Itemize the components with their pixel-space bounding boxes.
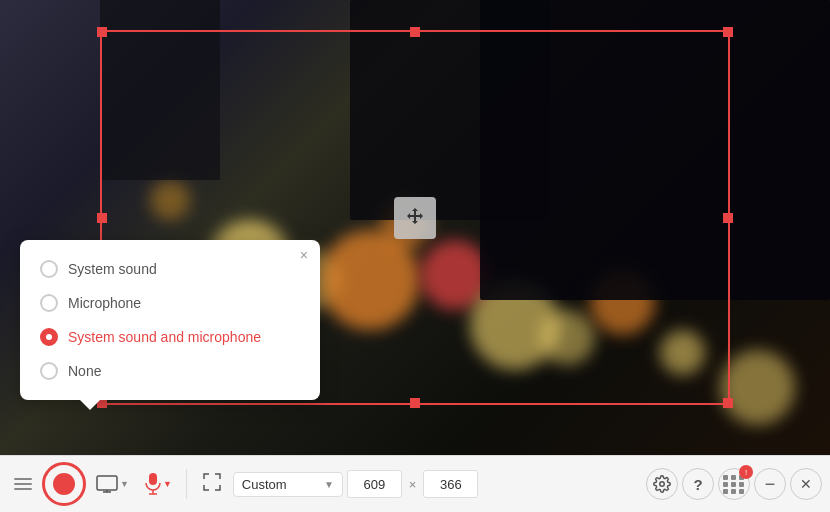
expand-icon [201, 471, 223, 493]
gear-icon [653, 475, 671, 493]
option-label-microphone: Microphone [68, 295, 141, 311]
radio-none[interactable] [40, 362, 58, 380]
hamburger-line-1 [14, 478, 32, 480]
option-label-system-and-mic: System sound and microphone [68, 329, 261, 345]
audio-popup: × System sound Microphone System sound a… [20, 240, 320, 400]
question-icon: ? [693, 476, 702, 493]
handle-bottom-right[interactable] [723, 398, 733, 408]
audio-option-system-and-mic[interactable]: System sound and microphone [20, 320, 320, 354]
dropdown-arrow-icon: ▼ [324, 479, 334, 490]
move-icon[interactable] [394, 197, 436, 239]
svg-rect-3 [149, 473, 157, 485]
close-button[interactable]: ✕ [790, 468, 822, 500]
radio-microphone[interactable] [40, 294, 58, 312]
handle-top-left[interactable] [97, 27, 107, 37]
radio-system-and-mic[interactable] [40, 328, 58, 346]
screen-icon [96, 475, 118, 493]
expand-region-button[interactable] [195, 467, 229, 502]
hamburger-line-2 [14, 483, 32, 485]
notification-badge: ! [739, 465, 753, 479]
handle-top-right[interactable] [723, 27, 733, 37]
resolution-dropdown[interactable]: Custom ▼ [233, 472, 343, 497]
help-button[interactable]: ? [682, 468, 714, 500]
width-input[interactable] [347, 470, 402, 498]
option-label-none: None [68, 363, 101, 379]
svg-rect-0 [97, 476, 117, 490]
handle-top-center[interactable] [410, 27, 420, 37]
toolbar: ▼ ▼ Custom ▼ × [0, 455, 830, 512]
option-label-system-sound: System sound [68, 261, 157, 277]
popup-close-button[interactable]: × [300, 248, 308, 262]
audio-option-microphone[interactable]: Microphone [20, 286, 320, 320]
hamburger-line-3 [14, 488, 32, 490]
handle-bottom-center[interactable] [410, 398, 420, 408]
svg-point-6 [660, 482, 665, 487]
screen-capture-button[interactable]: ▼ [90, 471, 135, 497]
settings-button[interactable] [646, 468, 678, 500]
record-inner-circle [53, 473, 75, 495]
screen-chevron: ▼ [120, 479, 129, 489]
mic-chevron: ▼ [163, 479, 172, 489]
microphone-button[interactable]: ▼ [139, 469, 178, 499]
hamburger-menu-button[interactable] [8, 472, 38, 496]
record-button[interactable] [42, 462, 86, 506]
minimize-button[interactable]: − [754, 468, 786, 500]
audio-option-system-sound[interactable]: System sound [20, 252, 320, 286]
popup-tail [80, 400, 100, 410]
close-icon: ✕ [800, 476, 812, 492]
audio-option-none[interactable]: None [20, 354, 320, 388]
height-input[interactable] [423, 470, 478, 498]
mic-icon [145, 473, 161, 495]
apps-button[interactable]: ! [718, 468, 750, 500]
radio-system-sound[interactable] [40, 260, 58, 278]
resolution-label: Custom [242, 477, 287, 492]
handle-middle-right[interactable] [723, 213, 733, 223]
divider-1 [186, 469, 187, 499]
handle-middle-left[interactable] [97, 213, 107, 223]
dimension-separator: × [406, 477, 420, 492]
minus-icon: − [765, 475, 776, 493]
